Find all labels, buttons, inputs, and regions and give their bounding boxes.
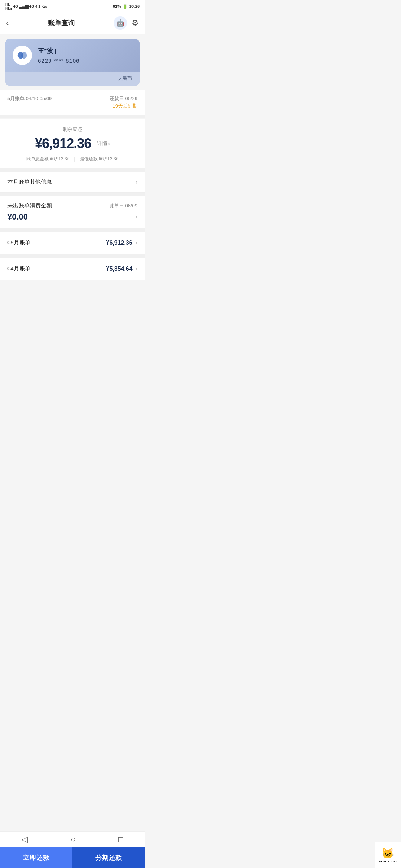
unbilled-date: 账单日 06/09: [110, 203, 137, 209]
name-cursor: |: [55, 47, 56, 55]
avatar-icon[interactable]: 🤖: [114, 16, 127, 30]
due-date-label: 还款日 05/29: [110, 95, 137, 102]
chevron-right-icon-4: ›: [136, 240, 137, 246]
bill-period: 5月账单 04/10-05/09 还款日 05/29 19天后到期: [0, 90, 145, 115]
amount-row: ¥6,912.36 详情 ›: [7, 136, 137, 151]
chevron-right-icon-3: ›: [136, 214, 137, 220]
status-bar: HDHD₂ 4G ▂▄▆ 4G 4.1 K/s 61% 🔋 10:26: [0, 0, 145, 12]
other-info-item[interactable]: 本月账单其他信息 ›: [0, 172, 145, 193]
header: ‹ 账单查询 🤖 ⚙: [0, 12, 145, 34]
card-info: 王*波 | 6229 **** 6106: [38, 47, 132, 64]
separator-3: [0, 193, 145, 196]
apr-bill-right: ¥5,354.64 ›: [106, 266, 137, 272]
min-payment-label: 最低还款 ¥6,912.36: [80, 156, 119, 162]
currency-label: 人民币: [118, 76, 132, 81]
remaining-amount: ¥6,912.36: [35, 136, 91, 151]
apr-bill-amount: ¥5,354.64: [106, 266, 132, 272]
page-title: 账单查询: [48, 19, 75, 27]
detail-link[interactable]: 详情 ›: [97, 140, 110, 147]
pipe-divider: |: [74, 157, 75, 162]
unbilled-label: 未出账单消费金额: [7, 202, 52, 209]
signal-4g: 4G: [13, 4, 18, 9]
back-button[interactable]: ‹: [6, 18, 9, 28]
battery-icon: 🔋: [123, 4, 128, 9]
unbilled-amount-row[interactable]: ¥0.00 ›: [7, 212, 137, 222]
name-text: 王*波: [38, 47, 53, 55]
card-main: 王*波 | 6229 **** 6106: [5, 39, 140, 72]
status-right: 61% 🔋 10:26: [113, 4, 140, 9]
network-label: HDHD₂: [5, 2, 12, 10]
battery-label: 61%: [113, 4, 121, 9]
total-label: 账单总金额 ¥6,912.36: [26, 156, 70, 162]
signal-4g-2: 4G: [29, 4, 34, 9]
svg-point-1: [21, 52, 27, 59]
card-section: 王*波 | 6229 **** 6106 人民币: [5, 39, 140, 86]
card-footer: 人民币: [5, 72, 140, 86]
card-holder-name: 王*波 |: [38, 47, 132, 55]
unbilled-amount: ¥0.00: [7, 212, 28, 222]
chevron-right-icon: ›: [108, 141, 110, 147]
signal-bars: ▂▄▆: [19, 4, 28, 9]
monthly-bill-apr[interactable]: 04月账单 ¥5,354.64 ›: [0, 258, 145, 280]
time-label: 10:26: [129, 4, 140, 9]
avatar-emoji: 🤖: [116, 19, 124, 27]
amount-section: 剩余应还 ¥6,912.36 详情 › 账单总金额 ¥6,912.36 | 最低…: [0, 119, 145, 168]
separator-4: [0, 228, 145, 232]
detail-label: 详情: [97, 140, 107, 147]
separator-2: [0, 168, 145, 172]
card-number: 6229 **** 6106: [38, 57, 132, 64]
bank-logo-svg: [16, 52, 28, 59]
header-icons: 🤖 ⚙: [114, 16, 139, 30]
unbilled-top: 未出账单消费金额 账单日 06/09: [7, 202, 137, 209]
remaining-label: 剩余应还: [7, 126, 137, 133]
separator-1: [0, 115, 145, 118]
chevron-right-icon-2: ›: [136, 179, 137, 185]
bill-summary-row: 账单总金额 ¥6,912.36 | 最低还款 ¥6,912.36: [7, 156, 137, 162]
days-remaining: 19天后到期: [110, 103, 137, 109]
period-due: 还款日 05/29 19天后到期: [110, 95, 137, 109]
may-bill-right: ¥6,912.36 ›: [106, 240, 137, 246]
bank-logo: [13, 46, 32, 65]
monthly-bill-may[interactable]: 05月账单 ¥6,912.36 ›: [0, 232, 145, 254]
period-label: 5月账单 04/10-05/09: [7, 95, 52, 102]
settings-icon[interactable]: ⚙: [131, 18, 139, 28]
unbilled-section: 未出账单消费金额 账单日 06/09 ¥0.00 ›: [0, 196, 145, 228]
may-bill-amount: ¥6,912.36: [106, 240, 132, 246]
status-left: HDHD₂ 4G ▂▄▆ 4G 4.1 K/s: [5, 2, 47, 10]
chevron-right-icon-5: ›: [136, 266, 137, 272]
other-info-label: 本月账单其他信息: [7, 178, 52, 185]
separator-5: [0, 254, 145, 258]
apr-bill-label: 04月账单: [7, 265, 30, 272]
speed-label: 4.1 K/s: [35, 4, 47, 9]
may-bill-label: 05月账单: [7, 239, 30, 246]
